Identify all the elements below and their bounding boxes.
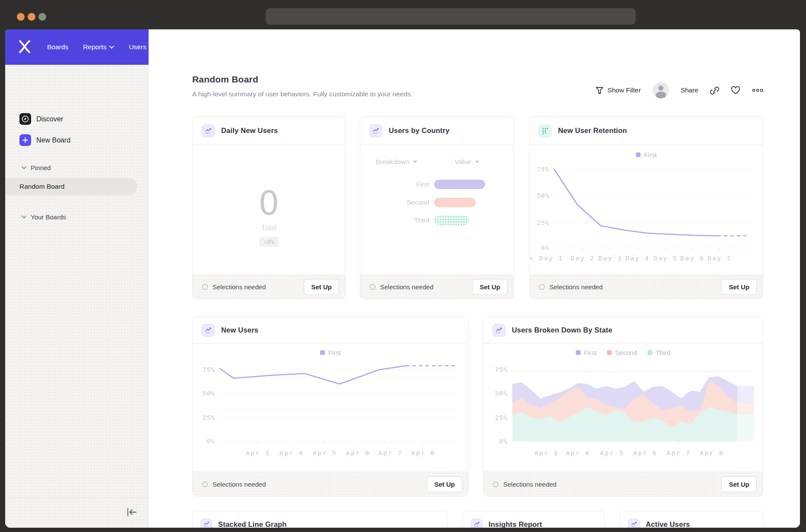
- sidebar-item-new-board[interactable]: New Board: [19, 134, 70, 146]
- sidebar-section-your-boards[interactable]: Your Boards: [22, 213, 66, 221]
- card-users-by-country[interactable]: Users by Country Breakdown Value First S…: [360, 116, 514, 299]
- share-label: Share: [681, 86, 698, 94]
- more-options-icon[interactable]: [752, 89, 763, 92]
- dropdown-label: Value: [455, 158, 472, 166]
- svg-text:< Day 1: < Day 1: [530, 255, 563, 262]
- sidebar-item-label: New Board: [36, 136, 70, 144]
- svg-text:25%: 25%: [495, 414, 508, 421]
- card-active-users[interactable]: Active Users: [620, 511, 763, 528]
- insights-chart-icon: [492, 324, 505, 337]
- nav-item-label: Users: [129, 43, 146, 51]
- nav-item-label: Reports: [83, 43, 106, 51]
- status-circle-icon: [202, 284, 208, 290]
- share-button[interactable]: Share: [681, 86, 698, 94]
- chevron-down-icon: [22, 166, 26, 169]
- set-up-button[interactable]: Set Up: [427, 476, 462, 492]
- row-label: Second: [375, 199, 429, 206]
- card-new-users[interactable]: New Users First 75%50%25%0%Apr 3Apr 4Apr…: [192, 317, 469, 497]
- favorite-heart-icon[interactable]: [731, 86, 740, 95]
- card-title: New User Retention: [558, 127, 627, 135]
- metric-label: Total: [193, 224, 345, 232]
- nav-item-boards[interactable]: Boards: [47, 43, 68, 51]
- set-up-button[interactable]: Set Up: [721, 279, 757, 295]
- svg-text:50%: 50%: [537, 192, 549, 199]
- card-daily-new-users[interactable]: Daily New Users 0 Total ↑0% Selections n…: [192, 116, 346, 299]
- show-filter-label: Show Filter: [607, 86, 641, 94]
- traffic-light-zoom[interactable]: [38, 13, 46, 21]
- compass-icon: [19, 113, 31, 125]
- svg-text:Apr 5: Apr 5: [600, 450, 624, 456]
- svg-text:Apr 4: Apr 4: [279, 450, 304, 456]
- metric-value: 0: [193, 184, 345, 222]
- legend-swatch-first: [320, 350, 325, 355]
- app-window: Boards Reports Users Events: [5, 29, 800, 528]
- chevron-down-icon: [22, 215, 26, 218]
- insights-chart-icon: [471, 519, 482, 528]
- sidebar-section-pinned[interactable]: Pinned: [22, 164, 51, 171]
- status-circle-icon: [493, 481, 498, 487]
- sidebar-item-random-board[interactable]: Random Board: [5, 178, 137, 195]
- row-label: First: [375, 180, 429, 188]
- legend-swatch-first: [576, 350, 581, 355]
- card-footer: Selections needed Set Up: [193, 275, 345, 299]
- legend-label: First: [644, 151, 657, 158]
- sidebar-item-discover[interactable]: Discover: [19, 113, 63, 125]
- svg-text:Apr 6: Apr 6: [633, 450, 657, 456]
- chart-legend: First: [530, 151, 763, 158]
- avatar[interactable]: [653, 82, 669, 98]
- set-up-button[interactable]: Set Up: [304, 279, 339, 295]
- set-up-button[interactable]: Set Up: [472, 279, 508, 295]
- nav-item-users[interactable]: Users: [129, 43, 146, 51]
- legend-swatch-second: [607, 350, 612, 355]
- svg-text:Apr 7: Apr 7: [666, 450, 691, 456]
- card-stacked-line-graph[interactable]: Stacked Line Graph: [192, 511, 447, 528]
- svg-text:0%: 0%: [499, 438, 508, 445]
- collapse-sidebar-icon[interactable]: [127, 508, 137, 516]
- card-header: Daily New Users: [193, 117, 345, 145]
- svg-text:Day 4: Day 4: [625, 255, 650, 262]
- card-new-user-retention[interactable]: New User Retention First 75%50%25%0%< Da…: [529, 116, 763, 299]
- mixpanel-logo-icon[interactable]: [18, 39, 31, 56]
- chevron-down-icon: [413, 161, 417, 163]
- section-label: Your Boards: [31, 213, 66, 221]
- chevron-down-icon: [475, 161, 479, 163]
- selections-needed-status: Selections needed: [370, 283, 472, 291]
- address-bar[interactable]: [266, 8, 636, 25]
- board-link-label: Random Board: [19, 183, 64, 190]
- copy-link-icon[interactable]: [710, 86, 719, 95]
- new-users-chart: 75%50%25%0%Apr 3Apr 4Apr 5Apr 6Apr 7Apr …: [193, 317, 469, 497]
- card-footer: Selections needed Set Up: [483, 472, 763, 496]
- svg-text:Apr 6: Apr 6: [346, 450, 370, 456]
- value-dropdown[interactable]: Value: [455, 158, 479, 166]
- selections-needed-status: Selections needed: [493, 481, 721, 488]
- card-title: New Users: [221, 326, 258, 334]
- show-filter-button[interactable]: Show Filter: [596, 86, 641, 94]
- screenshot-root: { "palette": { "navbar": "#4f44e0", "fra…: [0, 0, 806, 532]
- delta-badge: ↑0%: [259, 237, 279, 247]
- board-actions: Show Filter Share: [596, 82, 763, 98]
- card-header: Users Broken Down By State: [483, 317, 763, 344]
- svg-text:50%: 50%: [495, 390, 508, 397]
- card-footer: Selections needed Set Up: [360, 275, 514, 299]
- sidebar-item-label: Discover: [36, 115, 63, 123]
- svg-text:75%: 75%: [495, 366, 508, 373]
- svg-text:75%: 75%: [537, 166, 549, 173]
- page-subtitle: A high-level summary of user behaviors. …: [192, 90, 413, 98]
- traffic-light-minimize[interactable]: [28, 13, 35, 21]
- card-title: Users Broken Down By State: [512, 326, 612, 334]
- card-insights-report[interactable]: Insights Report: [463, 511, 605, 528]
- card-footer: Selections needed Set Up: [530, 275, 763, 299]
- nav-item-reports[interactable]: Reports: [83, 43, 114, 51]
- svg-text:Apr 5: Apr 5: [313, 450, 337, 456]
- svg-text:0%: 0%: [541, 244, 549, 251]
- set-up-button[interactable]: Set Up: [721, 476, 757, 492]
- traffic-light-close[interactable]: [17, 13, 25, 21]
- svg-text:Apr 3: Apr 3: [246, 450, 270, 456]
- sidebar: Discover New Board Pinned Random Board Y…: [5, 65, 149, 528]
- selections-needed-status: Selections needed: [539, 283, 721, 291]
- svg-text:Apr 8: Apr 8: [700, 450, 724, 456]
- retention-dots-icon: [539, 124, 552, 137]
- breakdown-dropdown[interactable]: Breakdown: [376, 158, 417, 166]
- svg-text:Apr 7: Apr 7: [378, 450, 403, 456]
- card-users-broken-down-by-state[interactable]: Users Broken Down By State First Second …: [483, 317, 763, 497]
